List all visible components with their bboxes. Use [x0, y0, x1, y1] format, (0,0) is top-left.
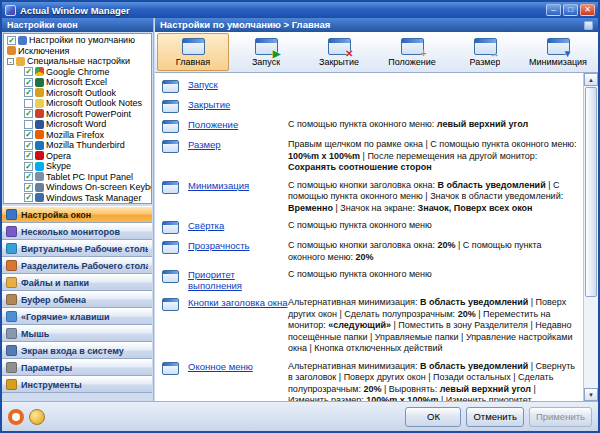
- tree-item[interactable]: Microsoft Word: [5, 119, 151, 130]
- tree-expander-icon[interactable]: -: [7, 58, 14, 65]
- setting-link[interactable]: Кнопки заголовка окна: [188, 297, 288, 308]
- sidebar-item[interactable]: Настройка окон: [2, 206, 152, 223]
- checkbox[interactable]: ✓: [24, 141, 33, 150]
- tree-item[interactable]: ✓Skype: [5, 161, 151, 172]
- tree-item[interactable]: Исключения: [5, 46, 151, 57]
- pin-icon[interactable]: [584, 21, 593, 30]
- app-icon: [35, 67, 44, 76]
- sidebar-item-label: Разделитель Рабочего стола: [21, 261, 148, 271]
- checkbox[interactable]: ✓: [24, 88, 33, 97]
- close-icon[interactable]: ✕: [580, 4, 595, 16]
- setting-link[interactable]: Закрытие: [188, 99, 288, 110]
- vertical-scrollbar[interactable]: ▲ ▼: [583, 73, 598, 401]
- settings-row: Приоритет выполненияС помощью пункта око…: [162, 266, 581, 294]
- tree-item[interactable]: -Специальные настройки: [5, 56, 151, 67]
- window-icon: ↔: [474, 38, 497, 55]
- toolbar-tab[interactable]: Главная: [157, 33, 229, 71]
- setting-link[interactable]: Положение: [188, 119, 288, 130]
- cancel-button[interactable]: Отменить: [466, 407, 523, 427]
- tree-item[interactable]: ✓Microsoft Excel: [5, 77, 151, 88]
- checkbox[interactable]: ✓: [7, 36, 16, 45]
- sidebar-item[interactable]: Несколько мониторов: [2, 223, 152, 240]
- sidebar-item-label: Виртуальные Рабочие столы: [21, 244, 148, 254]
- purchase-icon[interactable]: [29, 409, 45, 425]
- actual-window-manager-window: Actual Window Manager – □ ✕ Настройки ок…: [0, 0, 600, 433]
- tree-item[interactable]: ✓Mozilla Thunderbird: [5, 140, 151, 151]
- sidebar-item[interactable]: Виртуальные Рабочие столы: [2, 240, 152, 257]
- footer-bar: ОК Отменить Применить: [2, 401, 598, 431]
- checkbox[interactable]: ✓: [24, 183, 33, 192]
- scroll-down-icon[interactable]: ▼: [584, 388, 598, 401]
- tree-item-label: Tablet PC Input Panel: [46, 172, 133, 182]
- settings-tree[interactable]: ✓Настройки по умолчаниюИсключения-Специа…: [3, 33, 152, 204]
- settings-row: Закрытие: [162, 96, 581, 116]
- checkbox[interactable]: ✓: [24, 130, 33, 139]
- app-icon: [35, 162, 44, 171]
- setting-description: Альтернативная минимизация: В область ув…: [288, 297, 581, 355]
- checkbox[interactable]: ✓: [24, 162, 33, 171]
- setting-link[interactable]: Свёртка: [188, 220, 288, 231]
- checkbox[interactable]: ✓: [24, 172, 33, 181]
- checkbox[interactable]: ✓: [24, 151, 33, 160]
- toolbar-tab[interactable]: ▼Минимизация: [522, 33, 594, 71]
- tree-item[interactable]: ✓Microsoft Outlook: [5, 88, 151, 99]
- sidebar-item[interactable]: Параметры: [2, 359, 152, 376]
- scrollbar-track[interactable]: [584, 298, 598, 388]
- ok-button[interactable]: ОК: [405, 407, 461, 427]
- settings-row: МинимизацияС помощью кнопки заголовка ок…: [162, 177, 581, 218]
- tree-item[interactable]: Microsoft Outlook Notes: [5, 98, 151, 109]
- apply-button: Применить: [529, 407, 592, 427]
- setting-description: С помощью кнопки заголовка окна: В облас…: [288, 180, 581, 215]
- titlebar[interactable]: Actual Window Manager – □ ✕: [2, 2, 598, 18]
- checkbox[interactable]: [24, 120, 33, 129]
- checkbox[interactable]: ✓: [24, 109, 33, 118]
- tree-item[interactable]: ✓Mozilla Firefox: [5, 130, 151, 141]
- setting-link[interactable]: Минимизация: [188, 180, 288, 191]
- window-icon: ▼: [547, 38, 570, 55]
- toolbar-tab[interactable]: ▶Запуск: [230, 33, 302, 71]
- setting-link[interactable]: Размер: [188, 139, 288, 150]
- tree-item-label: Microsoft PowerPoint: [46, 109, 131, 119]
- scroll-up-icon[interactable]: ▲: [584, 73, 598, 86]
- setting-link[interactable]: Запуск: [188, 79, 288, 90]
- setting-link[interactable]: Приоритет выполнения: [188, 269, 288, 291]
- sidebar-item[interactable]: Разделитель Рабочего стола: [2, 257, 152, 274]
- tree-item[interactable]: ✓Настройки по умолчанию: [5, 35, 151, 46]
- tree-item[interactable]: ✓Windows On-screen Keyboard: [5, 182, 151, 193]
- sidebar-item[interactable]: Файлы и папки: [2, 274, 152, 291]
- help-icon[interactable]: [8, 409, 24, 425]
- sidebar-item[interactable]: Экран входа в систему: [2, 342, 152, 359]
- tree-item[interactable]: ✓Google Chrome: [5, 67, 151, 78]
- checkbox[interactable]: ✓: [24, 193, 33, 202]
- tab-glyph-icon: ✕: [345, 48, 353, 59]
- sidebar-item-icon: [6, 311, 17, 322]
- toolbar-tab[interactable]: ↔Размер: [449, 33, 521, 71]
- setting-description: С помощью кнопки заголовка окна: 20% | С…: [288, 240, 581, 263]
- toolbar-tab[interactable]: +Положение: [376, 33, 448, 71]
- sidebar-item-icon: [6, 243, 17, 254]
- setting-link[interactable]: Оконное меню: [188, 361, 288, 372]
- tree-item[interactable]: ✓Tablet PC Input Panel: [5, 172, 151, 183]
- sidebar-item-icon: [6, 226, 17, 237]
- sidebar-item[interactable]: Буфер обмена: [2, 291, 152, 308]
- tree-item-label: Исключения: [18, 46, 69, 56]
- setting-description: С помощью пункта оконного меню: левый ве…: [288, 119, 581, 131]
- sidebar-item-label: Файлы и папки: [21, 278, 89, 288]
- checkbox[interactable]: ✓: [24, 78, 33, 87]
- checkbox[interactable]: [24, 99, 33, 108]
- minimize-icon[interactable]: –: [546, 4, 561, 16]
- app-icon: [35, 141, 44, 150]
- tree-item-label: Настройки по умолчанию: [29, 35, 135, 45]
- setting-description: Правым щелчком по рамке окна | С помощью…: [288, 139, 581, 174]
- sidebar-item[interactable]: «Горячие» клавиши: [2, 308, 152, 325]
- setting-link[interactable]: Прозрачность: [188, 240, 288, 251]
- tree-item[interactable]: ✓Microsoft PowerPoint: [5, 109, 151, 120]
- toolbar-tab[interactable]: ✕Закрытие: [303, 33, 375, 71]
- tree-item[interactable]: ✓Windows Task Manager: [5, 193, 151, 204]
- checkbox[interactable]: ✓: [24, 67, 33, 76]
- sidebar-item[interactable]: Мышь: [2, 325, 152, 342]
- maximize-icon[interactable]: □: [563, 4, 578, 16]
- sidebar-item[interactable]: Инструменты: [2, 376, 152, 393]
- scrollbar-thumb[interactable]: [585, 87, 597, 297]
- tree-item[interactable]: ✓Opera: [5, 151, 151, 162]
